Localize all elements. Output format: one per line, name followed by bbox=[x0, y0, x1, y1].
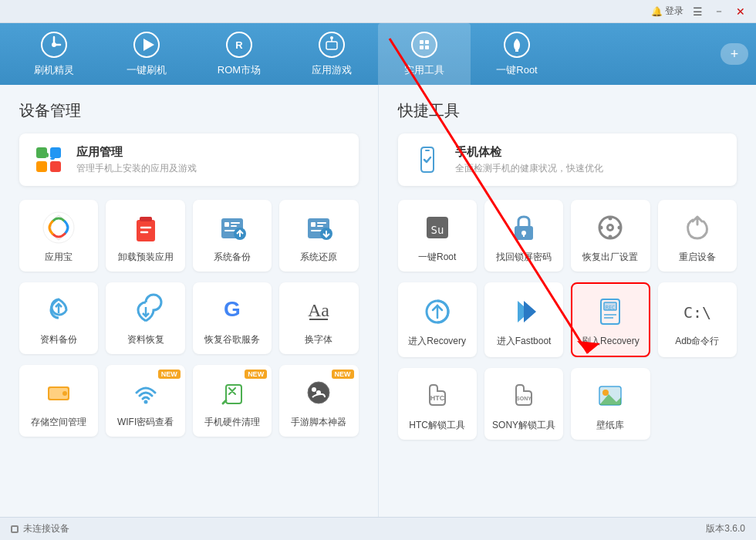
grid-item-one-root[interactable]: Su 一键Root bbox=[398, 200, 477, 272]
enter-recovery-icon bbox=[420, 295, 454, 329]
svg-point-61 bbox=[599, 226, 603, 230]
sony-unlock-icon: SONY bbox=[507, 379, 541, 413]
svg-text:HTC: HTC bbox=[430, 394, 444, 402]
close-button[interactable]: ✕ bbox=[733, 5, 748, 18]
grid-item-factory-reset[interactable]: 恢复出厂设置 bbox=[571, 200, 650, 272]
login-button[interactable]: 🔔 登录 bbox=[651, 5, 683, 18]
svg-rect-11 bbox=[420, 40, 424, 44]
nav-item-one-click-flash[interactable]: 一键刷机 bbox=[100, 23, 193, 85]
flash-recovery-icon: REC bbox=[593, 295, 627, 329]
htc-unlock-icon: HTC bbox=[420, 379, 454, 413]
svg-rect-12 bbox=[425, 40, 429, 44]
grid-item-unlock-screen[interactable]: 找回锁屏密码 bbox=[484, 200, 563, 272]
grid-item-data-restore[interactable]: 资料恢复 bbox=[106, 282, 184, 354]
login-label[interactable]: 登录 bbox=[665, 5, 683, 18]
nav-item-flash-wizard[interactable]: 刷机精灵 bbox=[8, 23, 100, 85]
svg-point-21 bbox=[43, 212, 74, 243]
svg-point-1 bbox=[52, 42, 56, 47]
grid-item-phone-clean[interactable]: NEW 手机硬件清理 bbox=[193, 365, 272, 437]
grid-label-unlock-screen: 找回锁屏密码 bbox=[496, 251, 552, 264]
svg-text:Su: Su bbox=[430, 224, 444, 236]
app-manage-text: 应用管理 管理手机上安装的应用及游戏 bbox=[76, 145, 197, 175]
grid-item-enter-fastboot[interactable]: 进入Fastboot bbox=[484, 282, 563, 357]
grid-label-phone-clean: 手机硬件清理 bbox=[204, 416, 260, 429]
nav-item-tools[interactable]: 实用工具 bbox=[378, 23, 471, 85]
menu-button[interactable]: ☰ bbox=[690, 5, 705, 18]
one-click-flash-icon bbox=[133, 31, 160, 59]
flash-wizard-icon bbox=[40, 31, 68, 59]
grid-item-enter-recovery[interactable]: 进入Recovery bbox=[398, 282, 477, 357]
phone-check-label: 手机体检 bbox=[455, 145, 603, 160]
status-bar: 未连接设备 版本3.6.0 bbox=[0, 517, 756, 540]
grid-label-storage: 存储空间管理 bbox=[31, 416, 86, 429]
grid-item-sony-unlock[interactable]: SONY SONY解锁工具 bbox=[484, 368, 563, 440]
grid-label-change-font: 换字体 bbox=[305, 333, 332, 346]
phone-check-icon bbox=[412, 144, 443, 175]
grid-item-reboot[interactable]: 重启设备 bbox=[658, 200, 737, 272]
nav-label-flash-wizard: 刷机精灵 bbox=[34, 63, 74, 77]
grid-label-flash-recovery: 刷入Recovery bbox=[582, 335, 640, 348]
svg-text:R: R bbox=[235, 39, 243, 51]
grid-label-enter-fastboot: 进入Fastboot bbox=[497, 335, 552, 348]
minimize-button[interactable]: － bbox=[711, 5, 727, 18]
grid-item-storage[interactable]: 存储空间管理 bbox=[19, 365, 98, 437]
app-manage-card[interactable]: 应用管理 管理手机上安装的应用及游戏 bbox=[19, 133, 359, 186]
grid-item-google-service[interactable]: G 恢复谷歌服务 bbox=[193, 282, 272, 354]
svg-rect-14 bbox=[425, 46, 429, 49]
svg-point-6 bbox=[319, 32, 344, 57]
grid-item-app-store[interactable]: 应用宝 bbox=[19, 200, 98, 272]
svg-rect-35 bbox=[317, 222, 326, 224]
data-restore-icon bbox=[129, 293, 163, 327]
svg-point-9 bbox=[330, 36, 333, 39]
grid-item-change-font[interactable]: Aa 换字体 bbox=[279, 282, 358, 354]
grid-item-game-helper[interactable]: NEW 手游脚本神器 bbox=[279, 365, 358, 437]
svg-text:G: G bbox=[224, 297, 241, 321]
phone-check-card[interactable]: 手机体检 全面检测手机的健康状况，快速优化 bbox=[398, 133, 737, 186]
phone-check-desc: 全面检测手机的健康状况，快速优化 bbox=[455, 162, 603, 175]
one-click-root-icon bbox=[503, 31, 531, 59]
grid-item-wifi-password[interactable]: NEW WIFI密码查看 bbox=[106, 365, 184, 437]
new-badge-game: NEW bbox=[332, 370, 354, 379]
status-left: 未连接设备 bbox=[11, 522, 69, 535]
reboot-icon bbox=[680, 211, 714, 245]
storage-icon bbox=[42, 376, 76, 410]
nav-add-button[interactable]: + bbox=[721, 43, 748, 65]
svg-rect-18 bbox=[50, 147, 61, 158]
grid-label-one-root: 一键Root bbox=[418, 251, 456, 264]
main-content: 设备管理 应用管理 管理手机上安装的应用及游戏 bbox=[0, 85, 756, 517]
grid-item-htc-unlock[interactable]: HTC HTC解锁工具 bbox=[398, 368, 477, 440]
grid-item-restore-sys[interactable]: 系统还原 bbox=[279, 200, 358, 272]
app-store-icon bbox=[42, 211, 76, 245]
nav-item-rom-market[interactable]: R ROM市场 bbox=[193, 23, 285, 85]
svg-rect-28 bbox=[231, 222, 240, 224]
svg-marker-67 bbox=[524, 301, 536, 322]
change-font-icon: Aa bbox=[302, 293, 336, 327]
unlock-screen-icon bbox=[507, 211, 541, 245]
phone-check-text: 手机体检 全面检测手机的健康状况，快速优化 bbox=[455, 145, 603, 175]
grid-item-backup-sys[interactable]: 系统备份 bbox=[193, 200, 272, 272]
nav-item-one-click-root[interactable]: 一键Root bbox=[471, 23, 563, 85]
grid-label-htc-unlock: HTC解锁工具 bbox=[409, 419, 465, 432]
svg-rect-36 bbox=[317, 225, 323, 227]
svg-rect-16 bbox=[515, 48, 518, 52]
grid-item-wallpaper[interactable]: 壁纸库 bbox=[571, 368, 650, 440]
nav-label-one-click-root: 一键Root bbox=[496, 63, 537, 77]
nav-item-app-games[interactable]: 应用游戏 bbox=[285, 23, 378, 85]
app-manage-label: 应用管理 bbox=[76, 145, 197, 160]
device-grid-row1: 应用宝 卸载预装应用 bbox=[19, 200, 359, 272]
grid-label-google-service: 恢复谷歌服务 bbox=[204, 333, 260, 346]
grid-item-flash-recovery[interactable]: REC 刷入Recovery bbox=[571, 282, 650, 357]
title-bar: 🔔 登录 ☰ － ✕ bbox=[0, 0, 756, 23]
grid-item-data-backup[interactable]: 资料备份 bbox=[19, 282, 98, 354]
nav-label-rom-market: ROM市场 bbox=[218, 63, 261, 77]
grid-item-uninstall[interactable]: 卸载预装应用 bbox=[106, 200, 184, 272]
quick-tools-title: 快捷工具 bbox=[398, 100, 737, 121]
grid-item-adb-cmd[interactable]: C:\ _ Adb命令行 bbox=[658, 282, 737, 357]
uninstall-icon bbox=[129, 211, 163, 245]
svg-point-51 bbox=[312, 387, 316, 392]
grid-label-wallpaper: 壁纸库 bbox=[596, 419, 624, 432]
svg-rect-20 bbox=[50, 161, 61, 172]
enter-fastboot-icon bbox=[507, 295, 541, 329]
restore-sys-icon bbox=[302, 211, 336, 245]
phone-clean-icon bbox=[215, 376, 249, 410]
